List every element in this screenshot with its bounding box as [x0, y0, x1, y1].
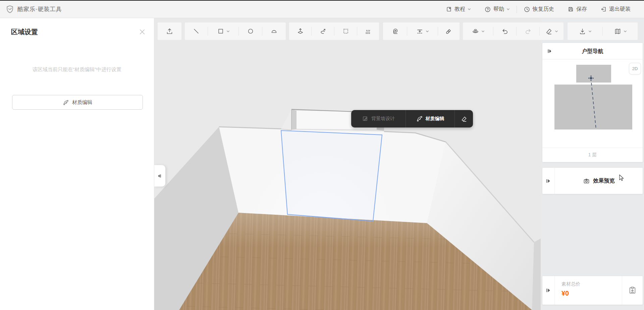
topbar: 酷家乐·硬装工具 教程 帮助 恢复历史: [0, 0, 644, 18]
line-icon: [193, 28, 200, 35]
clear-material-button[interactable]: [455, 110, 473, 127]
marquee-icon: [342, 28, 350, 35]
toolbar-group-import: [158, 22, 181, 40]
circle-icon: [247, 28, 254, 35]
save-menu[interactable]: 保存: [561, 3, 594, 16]
help-menu[interactable]: 帮助: [478, 3, 517, 16]
marquee-select-button[interactable]: [334, 22, 357, 40]
download-button[interactable]: [568, 22, 602, 40]
import-button[interactable]: [158, 22, 181, 40]
material-total-value: ¥0: [561, 290, 622, 297]
spin-button[interactable]: [312, 22, 334, 40]
save-label: 保存: [576, 6, 587, 13]
collapse-left-icon: [157, 173, 163, 179]
region-settings-panel: 区域设置 该区域当前只能在“材质编辑”中进行设置 材质编辑: [0, 18, 154, 310]
app-title: 酷家乐·硬装工具: [17, 5, 62, 13]
floorplan-nav-panel: 户型导航 2D 1 层: [542, 43, 643, 162]
toolbar-group-export: [568, 22, 638, 40]
chevron-down-icon: [481, 30, 485, 33]
window-top-edge: [0, 0, 644, 1]
toolbar-group-modify: [289, 22, 379, 40]
camera-position-icon[interactable]: [588, 75, 594, 81]
expand-panel-icon[interactable]: [547, 48, 553, 54]
help-icon: [484, 6, 491, 13]
render-preview-button[interactable]: 效果预览: [555, 168, 643, 194]
brush-button[interactable]: [438, 22, 459, 40]
material-list-button[interactable]: [622, 276, 643, 305]
clock-icon: [524, 6, 530, 13]
material-edit-mode-button[interactable]: 材质编辑: [406, 110, 454, 127]
chevron-down-icon: [426, 30, 429, 33]
eraser-button[interactable]: [540, 22, 563, 40]
draw-rectangle-button[interactable]: [208, 22, 238, 40]
draw-circle-button[interactable]: [239, 22, 262, 40]
pen-path-icon: [63, 99, 69, 106]
floor-selector[interactable]: 1 层: [542, 148, 643, 162]
material-total-strip: [542, 276, 555, 305]
undo-button[interactable]: [493, 22, 516, 40]
download-icon: [579, 28, 586, 35]
panel-title: 区域设置: [11, 28, 38, 37]
exit-menu[interactable]: 退出硬装: [594, 3, 637, 16]
clipboard-download-icon: [628, 286, 637, 295]
3d-viewport[interactable]: [154, 18, 541, 310]
import-icon: [166, 28, 173, 35]
chevron-down-icon: [226, 30, 230, 33]
redo-button[interactable]: [517, 22, 539, 40]
restore-history-label: 恢复历史: [533, 6, 554, 13]
brush-icon: [445, 28, 452, 35]
visibility-button[interactable]: [463, 22, 493, 40]
toolbar-group-view: [463, 22, 564, 40]
background-wall-design-button[interactable]: 背景墙设计: [351, 110, 406, 127]
expand-panel-icon[interactable]: [545, 178, 552, 184]
render-preview-label: 效果预览: [593, 177, 615, 185]
chevron-down-icon: [506, 8, 510, 10]
hatch-button[interactable]: [357, 22, 379, 40]
panel-message: 该区域当前只能在“材质编辑”中进行设置: [0, 66, 154, 73]
book-icon: [446, 6, 452, 12]
extrude-icon: [297, 28, 304, 35]
extrude-button[interactable]: [289, 22, 311, 40]
map-button[interactable]: [603, 22, 638, 40]
left-panel-collapse-tab[interactable]: [154, 165, 165, 187]
toolbar-group-measure: [383, 22, 460, 40]
tape-measure-button[interactable]: [383, 22, 407, 40]
background-wall-design-label: 背景墙设计: [371, 116, 395, 122]
chevron-down-icon: [468, 8, 471, 10]
chevron-down-icon: [588, 30, 592, 33]
pen-path-icon: [416, 115, 423, 122]
material-edit-mode-label: 材质编辑: [426, 116, 444, 122]
material-edit-button-label: 材质编辑: [72, 99, 92, 106]
alcove-left-jamb: [291, 109, 297, 130]
draw-line-button[interactable]: [185, 22, 208, 40]
material-total-panel: 素材总价 ¥0: [542, 276, 643, 305]
map-icon: [614, 28, 622, 35]
eye-icon: [472, 28, 479, 35]
arc-icon: [270, 28, 278, 35]
material-total-label: 素材总价: [561, 281, 622, 287]
save-icon: [568, 6, 574, 12]
floorplan-nav-title: 户型导航: [542, 43, 643, 59]
undo-icon: [501, 28, 509, 35]
minimap-overlay: [542, 59, 643, 138]
selected-wall-region[interactable]: [281, 131, 382, 221]
material-edit-button[interactable]: 材质编辑: [12, 95, 143, 110]
restore-history-menu[interactable]: 恢复历史: [517, 3, 561, 16]
help-label: 帮助: [493, 6, 504, 13]
level-button[interactable]: [407, 22, 438, 40]
render-preview-strip: [542, 168, 555, 194]
draw-arc-button[interactable]: [262, 22, 285, 40]
tutorial-menu[interactable]: 教程: [439, 3, 478, 16]
mode-2d-button[interactable]: 2D: [629, 63, 641, 74]
level-icon: [416, 28, 424, 35]
close-icon[interactable]: [139, 28, 146, 36]
expand-panel-icon[interactable]: [545, 287, 552, 294]
toolbar-group-draw: [185, 22, 286, 40]
floorplan-minimap[interactable]: 2D: [542, 59, 643, 138]
tape-measure-icon: [391, 28, 399, 35]
material-total-info: 素材总价 ¥0: [555, 276, 622, 305]
wall-design-pen-icon: [362, 115, 369, 122]
app-logo: 酷家乐·硬装工具: [0, 5, 62, 14]
shield-smile-logo-icon: [5, 5, 14, 14]
chevron-down-icon: [555, 30, 558, 33]
